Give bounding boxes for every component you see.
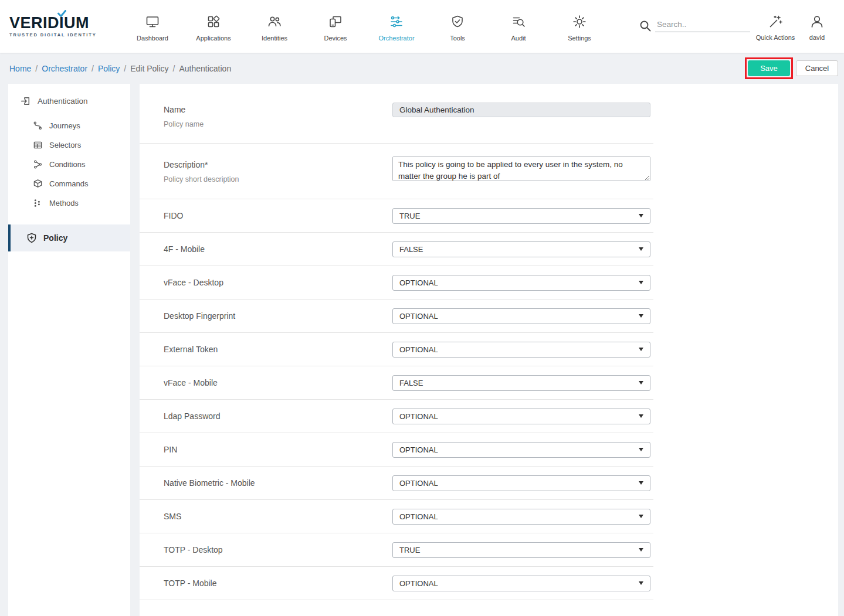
- cube-icon: [33, 179, 43, 189]
- sign-in-icon: [20, 96, 31, 107]
- devices-icon: [328, 14, 343, 29]
- policy-field-row: SMS OPTIONAL: [140, 500, 653, 533]
- user-icon: [809, 14, 825, 29]
- breadcrumb-authentication: Authentication: [179, 64, 231, 73]
- logo-text-part: UM: [64, 15, 89, 31]
- breadcrumb-orchestrator[interactable]: Orchestrator: [42, 64, 87, 73]
- chevron-down-icon: [639, 448, 643, 451]
- breadcrumb-separator: /: [91, 64, 94, 73]
- sidebar-item-commands[interactable]: Commands: [8, 174, 130, 193]
- policy-name-input[interactable]: [392, 103, 650, 117]
- nav-label: Dashboard: [137, 35, 168, 42]
- nav-audit[interactable]: Audit: [488, 12, 549, 42]
- breadcrumb-policy[interactable]: Policy: [98, 64, 120, 73]
- policy-field-row: Ldap Password OPTIONAL: [140, 400, 653, 433]
- breadcrumb-home[interactable]: Home: [9, 64, 31, 73]
- chevron-down-icon: [639, 281, 643, 284]
- policy-field-row: PIN OPTIONAL: [140, 433, 653, 467]
- select-value: OPTIONAL: [399, 512, 438, 521]
- save-button[interactable]: Save: [748, 60, 790, 76]
- field-label: FIDO: [164, 211, 392, 220]
- select-value: OPTIONAL: [399, 345, 438, 354]
- veridium-logo[interactable]: VERIDIUM TRUSTED DIGITAL IDENTITY: [9, 15, 122, 38]
- nav-applications[interactable]: Applications: [183, 12, 244, 42]
- quick-actions-button[interactable]: Quick Actions: [750, 12, 801, 41]
- nav-settings[interactable]: Settings: [549, 12, 610, 42]
- cancel-button[interactable]: Cancel: [796, 60, 838, 76]
- description-label: Description*: [164, 160, 392, 169]
- native-biometric-mobile-select[interactable]: OPTIONAL: [392, 475, 650, 491]
- nav-label: Orchestrator: [378, 35, 414, 42]
- sidebar-item-label: Selectors: [49, 141, 81, 149]
- field-label: SMS: [164, 512, 392, 521]
- dots-icon: [33, 198, 43, 208]
- nav-devices[interactable]: Devices: [305, 12, 366, 42]
- nav-identities[interactable]: Identities: [244, 12, 305, 42]
- chevron-down-icon: [639, 414, 643, 418]
- logo-text: VERIDIUM: [9, 15, 122, 31]
- sidebar-header-authentication[interactable]: Authentication: [8, 84, 130, 116]
- dashboard-icon: [145, 14, 160, 29]
- policy-field-row: vFace - Mobile FALSE: [140, 366, 653, 400]
- search-input[interactable]: [655, 17, 750, 32]
- field-label: 4F - Mobile: [164, 244, 392, 254]
- sidebar-item-label: Methods: [49, 199, 79, 207]
- user-name: david: [809, 34, 825, 41]
- page-actions: Save Cancel: [745, 57, 838, 79]
- sms-select[interactable]: OPTIONAL: [392, 509, 650, 525]
- sidebar-item-methods[interactable]: Methods: [8, 193, 130, 213]
- logo-tagline: TRUSTED DIGITAL IDENTITY: [9, 32, 122, 38]
- select-value: OPTIONAL: [399, 278, 438, 287]
- nav-dashboard[interactable]: Dashboard: [122, 12, 183, 42]
- tools-icon: [450, 14, 465, 29]
- identities-icon: [267, 14, 282, 29]
- policy-description-textarea[interactable]: This policy is going to be applied to ev…: [392, 156, 650, 181]
- select-value: TRUE: [399, 212, 420, 220]
- nav-tools[interactable]: Tools: [427, 12, 488, 42]
- field-label: vFace - Desktop: [164, 278, 392, 287]
- main-nav: Dashboard Applications: [122, 12, 610, 42]
- select-value: OPTIONAL: [399, 312, 438, 321]
- top-bar: VERIDIUM TRUSTED DIGITAL IDENTITY Dashbo…: [0, 0, 844, 53]
- select-value: OPTIONAL: [399, 412, 438, 421]
- select-value: FALSE: [399, 245, 423, 254]
- breadcrumb-bar: Home / Orchestrator / Policy / Edit Poli…: [0, 53, 844, 84]
- breadcrumb-separator: /: [124, 64, 126, 73]
- ldap-password-select[interactable]: OPTIONAL: [392, 409, 650, 424]
- vface-mobile-select[interactable]: FALSE: [392, 375, 650, 391]
- nav-label: Audit: [511, 35, 526, 42]
- policy-field-row: 4F - Mobile FALSE: [140, 233, 653, 266]
- chevron-down-icon: [639, 481, 643, 485]
- table-icon: [33, 140, 43, 150]
- sidebar-item-journeys[interactable]: Journeys: [8, 116, 130, 135]
- desktop-fingerprint-select[interactable]: OPTIONAL: [392, 308, 650, 324]
- nav-label: Tools: [450, 35, 465, 42]
- nav-orchestrator[interactable]: Orchestrator: [366, 12, 427, 42]
- description-row: Description* Policy short description Th…: [140, 144, 653, 199]
- chevron-down-icon: [639, 247, 643, 251]
- sidebar-item-label: Commands: [49, 179, 88, 188]
- chevron-down-icon: [639, 348, 643, 351]
- pin-select[interactable]: OPTIONAL: [392, 442, 650, 458]
- totp-desktop-select[interactable]: TRUE: [392, 542, 650, 558]
- quick-actions-label: Quick Actions: [756, 34, 795, 41]
- chevron-down-icon: [639, 314, 643, 318]
- sidebar-item-policy[interactable]: Policy: [8, 224, 130, 251]
- sidebar-item-selectors[interactable]: Selectors: [8, 135, 130, 155]
- vface-desktop-select[interactable]: OPTIONAL: [392, 275, 650, 291]
- user-menu[interactable]: david: [801, 12, 833, 41]
- magic-wand-icon: [768, 14, 783, 29]
- sidebar-item-label: Journeys: [49, 121, 80, 130]
- policy-field-row: External Token OPTIONAL: [140, 333, 653, 366]
- check-icon: [57, 10, 66, 17]
- name-row: Name Policy name: [140, 91, 653, 144]
- field-label: PIN: [164, 445, 392, 454]
- totp-mobile-select[interactable]: OPTIONAL: [392, 576, 650, 591]
- sidebar-item-conditions[interactable]: Conditions: [8, 155, 130, 174]
- fido-select[interactable]: TRUE: [392, 208, 650, 224]
- description-hint: Policy short description: [164, 175, 392, 183]
- field-label: Ldap Password: [164, 411, 392, 421]
- sidebar-active-label: Policy: [43, 233, 67, 243]
- 4f-mobile-select[interactable]: FALSE: [392, 241, 650, 257]
- external-token-select[interactable]: OPTIONAL: [392, 342, 650, 358]
